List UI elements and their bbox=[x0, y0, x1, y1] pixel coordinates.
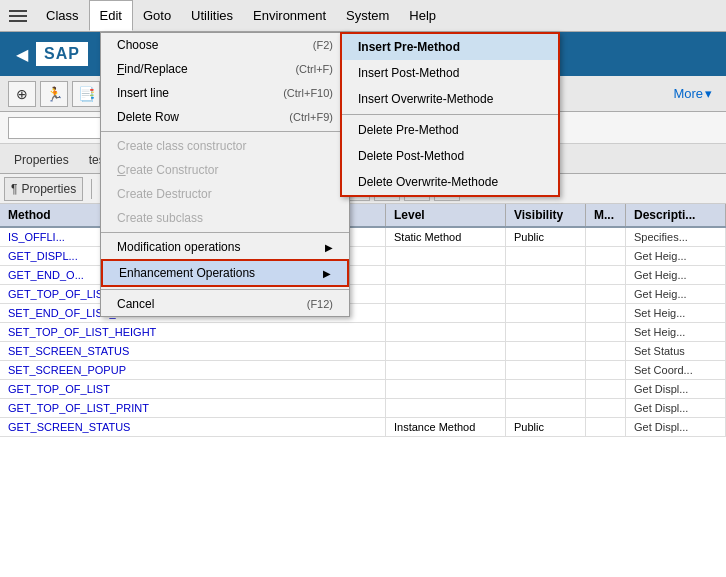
menu-item-cancel[interactable]: Cancel (F12) bbox=[101, 292, 349, 316]
menu-environment[interactable]: Environment bbox=[243, 0, 336, 31]
cell-visibility: Public bbox=[506, 418, 586, 436]
cell-desc: Get Heig... bbox=[626, 285, 726, 303]
cell-desc: Set Heig... bbox=[626, 323, 726, 341]
menu-item-label: Insert Post-Method bbox=[358, 66, 459, 80]
menu-item-delete-overwrite[interactable]: Delete Overwrite-Methode bbox=[342, 169, 558, 195]
cell-desc: Get Heig... bbox=[626, 247, 726, 265]
cell-m bbox=[586, 399, 626, 417]
menu-item-label: Create class constructor bbox=[117, 139, 246, 153]
menu-item-label: Modification operations bbox=[117, 240, 240, 254]
menu-help[interactable]: Help bbox=[399, 0, 446, 31]
properties-label: Properties bbox=[21, 182, 76, 196]
menu-item-label: Delete Row bbox=[117, 110, 179, 124]
col-header-level: Level bbox=[386, 204, 506, 226]
cell-visibility bbox=[506, 304, 586, 322]
menu-item-label: Insert Pre-Method bbox=[358, 40, 460, 54]
table-row[interactable]: GET_SCREEN_STATUS Instance Method Public… bbox=[0, 418, 726, 437]
menu-item-label: Create subclass bbox=[117, 211, 203, 225]
cell-visibility bbox=[506, 323, 586, 341]
menu-item-label: Cancel bbox=[117, 297, 154, 311]
submenu-separator bbox=[342, 114, 558, 115]
menu-item-label: Create Constructor bbox=[117, 163, 218, 177]
table-row[interactable]: GET_TOP_OF_LIST_PRINT Get Displ... bbox=[0, 399, 726, 418]
menu-item-insert-overwrite[interactable]: Insert Overwrite-Methode bbox=[342, 86, 558, 112]
shortcut: (Ctrl+F) bbox=[295, 63, 333, 75]
menu-item-delete-pre[interactable]: Delete Pre-Method bbox=[342, 117, 558, 143]
cell-visibility bbox=[506, 247, 586, 265]
menu-goto[interactable]: Goto bbox=[133, 0, 181, 31]
cell-m bbox=[586, 247, 626, 265]
cell-visibility: Public bbox=[506, 228, 586, 246]
menubar: Class Edit Goto Utilities Environment Sy… bbox=[0, 0, 726, 32]
menu-separator bbox=[101, 289, 349, 290]
menu-utilities[interactable]: Utilities bbox=[181, 0, 243, 31]
menu-system[interactable]: System bbox=[336, 0, 399, 31]
cell-desc: Get Displ... bbox=[626, 380, 726, 398]
edit-dropdown-menu: Choose (F2) Find/Replace (Ctrl+F) Insert… bbox=[100, 32, 350, 317]
toolbar-btn-2[interactable]: 🏃 bbox=[40, 81, 68, 107]
menu-item-insert-line[interactable]: Insert line (Ctrl+F10) bbox=[101, 81, 349, 105]
menu-item-label: Choose bbox=[117, 38, 158, 52]
back-button[interactable]: ◀ bbox=[8, 41, 36, 68]
menu-edit[interactable]: Edit bbox=[89, 0, 133, 31]
para-icon: ¶ bbox=[11, 182, 17, 196]
menu-item-create-constructor: Create Constructor bbox=[101, 158, 349, 182]
cell-m bbox=[586, 323, 626, 341]
cell-level bbox=[386, 399, 506, 417]
cell-desc: Get Heig... bbox=[626, 266, 726, 284]
menu-item-find-replace[interactable]: Find/Replace (Ctrl+F) bbox=[101, 57, 349, 81]
cell-visibility bbox=[506, 266, 586, 284]
cell-level bbox=[386, 247, 506, 265]
toolbar-btn-3[interactable]: 📑 bbox=[72, 81, 100, 107]
cell-desc: Set Heig... bbox=[626, 304, 726, 322]
menu-separator bbox=[101, 131, 349, 132]
menu-item-label: Enhancement Operations bbox=[119, 266, 255, 280]
cell-m bbox=[586, 266, 626, 284]
properties-tab-inner[interactable]: ¶ Properties bbox=[4, 177, 83, 201]
menu-item-insert-pre[interactable]: Insert Pre-Method bbox=[342, 34, 558, 60]
hamburger-menu[interactable] bbox=[4, 2, 32, 30]
menu-class[interactable]: Class bbox=[36, 0, 89, 31]
menu-item-insert-post[interactable]: Insert Post-Method bbox=[342, 60, 558, 86]
menu-separator bbox=[101, 232, 349, 233]
cell-visibility bbox=[506, 342, 586, 360]
cell-method: GET_TOP_OF_LIST_PRINT bbox=[0, 399, 386, 417]
table-row[interactable]: SET_SCREEN_STATUS Set Status bbox=[0, 342, 726, 361]
table-row[interactable]: SET_SCREEN_POPUP Set Coord... bbox=[0, 361, 726, 380]
menu-item-create-class-constructor: Create class constructor bbox=[101, 134, 349, 158]
col-header-desc: Descripti... bbox=[626, 204, 726, 226]
toolbar-btn-1[interactable]: ⊕ bbox=[8, 81, 36, 107]
tab-properties[interactable]: Properties bbox=[4, 147, 79, 173]
shortcut: (Ctrl+F9) bbox=[289, 111, 333, 123]
cell-level bbox=[386, 380, 506, 398]
table-row[interactable]: SET_TOP_OF_LIST_HEIGHT Set Heig... bbox=[0, 323, 726, 342]
menu-item-delete-row[interactable]: Delete Row (Ctrl+F9) bbox=[101, 105, 349, 129]
menu-item-label: Delete Post-Method bbox=[358, 149, 464, 163]
menu-item-modification-ops[interactable]: Modification operations ▶ bbox=[101, 235, 349, 259]
submenu-arrow-icon: ▶ bbox=[325, 242, 333, 253]
cell-level bbox=[386, 361, 506, 379]
more-button[interactable]: More ▾ bbox=[667, 84, 718, 103]
menu-item-label: Delete Overwrite-Methode bbox=[358, 175, 498, 189]
shortcut: (F12) bbox=[307, 298, 333, 310]
cell-method: SET_SCREEN_POPUP bbox=[0, 361, 386, 379]
menu-item-choose[interactable]: Choose (F2) bbox=[101, 33, 349, 57]
cell-level bbox=[386, 304, 506, 322]
menu-item-delete-post[interactable]: Delete Post-Method bbox=[342, 143, 558, 169]
table-row[interactable]: GET_TOP_OF_LIST Get Displ... bbox=[0, 380, 726, 399]
menu-item-enhancement-ops[interactable]: Enhancement Operations ▶ bbox=[101, 259, 349, 287]
submenu-arrow-icon: ▶ bbox=[323, 268, 331, 279]
cell-visibility bbox=[506, 285, 586, 303]
cell-method: GET_TOP_OF_LIST bbox=[0, 380, 386, 398]
shortcut: (F2) bbox=[313, 39, 333, 51]
cell-m bbox=[586, 361, 626, 379]
menu-item-label: Find/Replace bbox=[117, 62, 188, 76]
cell-visibility bbox=[506, 399, 586, 417]
cell-m bbox=[586, 228, 626, 246]
cell-desc: Specifies... bbox=[626, 228, 726, 246]
cell-level bbox=[386, 323, 506, 341]
menu-item-create-subclass: Create subclass bbox=[101, 206, 349, 230]
cell-desc: Get Displ... bbox=[626, 399, 726, 417]
menu-item-label: Insert line bbox=[117, 86, 169, 100]
enhancement-submenu: Insert Pre-Method Insert Post-Method Ins… bbox=[340, 32, 560, 197]
